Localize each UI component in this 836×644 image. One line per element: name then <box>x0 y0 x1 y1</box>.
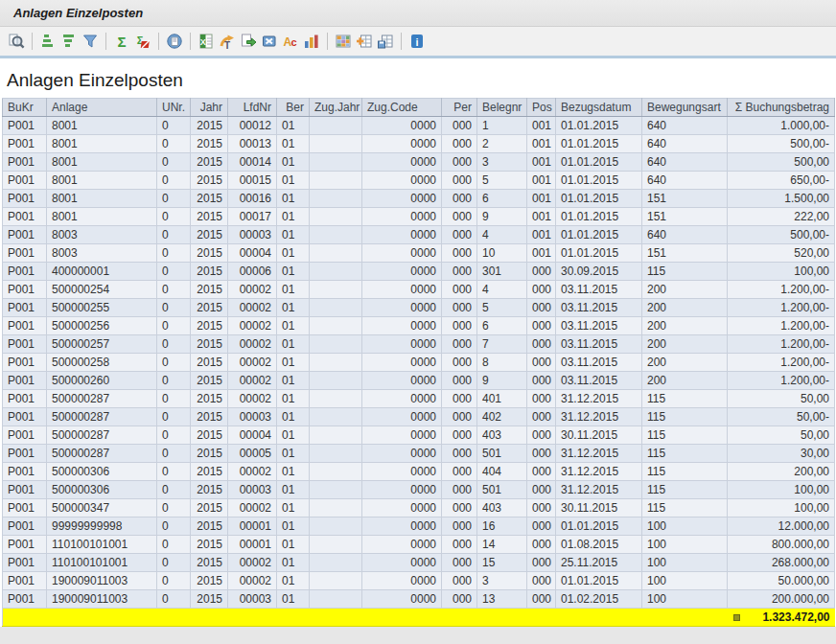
cell-unr[interactable]: 0 <box>157 117 191 135</box>
cell-per[interactable]: 000 <box>442 554 477 572</box>
cell-belegnr[interactable]: 501 <box>477 445 527 463</box>
table-row[interactable]: P0015000002600201500002010000000900003.1… <box>3 372 835 390</box>
cell-bezugsdatum[interactable]: 31.12.2015 <box>556 445 642 463</box>
cell-bewegungsart[interactable]: 115 <box>642 408 728 426</box>
cell-belegnr[interactable]: 3 <box>477 572 527 590</box>
cell-per[interactable]: 000 <box>442 172 477 190</box>
cell-per[interactable]: 000 <box>442 317 477 335</box>
cell-bezugsdatum[interactable]: 01.01.2015 <box>556 244 642 263</box>
cell-belegnr[interactable]: 6 <box>477 317 527 335</box>
cell-bukr[interactable]: P001 <box>3 481 47 499</box>
cell-anlage[interactable]: 500000258 <box>47 354 157 372</box>
cell-belegnr[interactable]: 402 <box>477 408 527 426</box>
cell-per[interactable]: 000 <box>442 208 477 226</box>
cell-bezugsdatum[interactable]: 30.09.2015 <box>556 263 642 281</box>
cell-unr[interactable]: 0 <box>157 572 191 590</box>
cell-anlage[interactable]: 190009011003 <box>47 590 157 609</box>
cell-jahr[interactable]: 2015 <box>191 299 228 317</box>
cell-lfdnr[interactable]: 00002 <box>228 572 277 590</box>
cell-anlage[interactable]: 8001 <box>47 117 157 135</box>
cell-bukr[interactable]: P001 <box>3 554 47 572</box>
cell-anlage[interactable]: 190009011003 <box>47 572 157 590</box>
cell-bewegungsart[interactable]: 115 <box>642 426 728 445</box>
table-row[interactable]: P001110100101001020150000101000000014000… <box>3 536 835 554</box>
cell-buchungsbetrag[interactable]: 222,00 <box>728 208 835 226</box>
cell-bewegungsart[interactable]: 100 <box>642 590 728 609</box>
table-row[interactable]: P001500000287020150000501000000050100031… <box>3 445 835 463</box>
table-row[interactable]: P0015000002550201500002010000000500003.1… <box>3 299 835 317</box>
cell-ber[interactable]: 01 <box>277 426 310 445</box>
cell-ber[interactable]: 01 <box>277 554 310 572</box>
table-row[interactable]: P00180010201500014010000000300101.01.201… <box>3 153 835 172</box>
cell-unr[interactable]: 0 <box>157 426 191 445</box>
cell-buchungsbetrag[interactable]: 650,00- <box>728 172 835 190</box>
cell-jahr[interactable]: 2015 <box>191 226 228 244</box>
cell-anlage[interactable]: 500000287 <box>47 390 157 408</box>
cell-jahr[interactable]: 2015 <box>191 190 228 208</box>
cell-unr[interactable]: 0 <box>157 208 191 226</box>
cell-ber[interactable]: 01 <box>277 499 310 518</box>
cell-anlage[interactable]: 8003 <box>47 226 157 244</box>
cell-zug-jahr[interactable] <box>310 190 362 208</box>
cell-zug-jahr[interactable] <box>310 244 362 263</box>
export-excel-icon[interactable]: X <box>196 31 217 52</box>
cell-jahr[interactable]: 2015 <box>191 408 228 426</box>
cell-bukr[interactable]: P001 <box>3 281 47 299</box>
cell-unr[interactable]: 0 <box>157 244 191 263</box>
cell-zug-jahr[interactable] <box>310 408 362 426</box>
cell-per[interactable]: 000 <box>442 190 477 208</box>
cell-jahr[interactable]: 2015 <box>191 172 228 190</box>
cell-pos[interactable]: 000 <box>527 408 556 426</box>
grid-view-icon[interactable] <box>333 31 354 52</box>
cell-zug-code[interactable]: 0000 <box>362 172 442 190</box>
cell-jahr[interactable]: 2015 <box>191 572 228 590</box>
column-header-bewegungsart[interactable]: Bewegungsart <box>642 99 728 117</box>
cell-belegnr[interactable]: 6 <box>477 190 527 208</box>
cell-bukr[interactable]: P001 <box>3 317 47 335</box>
cell-belegnr[interactable]: 8 <box>477 354 527 372</box>
cell-zug-code[interactable]: 0000 <box>362 335 442 354</box>
column-header-buchungsbetrag[interactable]: Σ Buchungsbetrag <box>728 99 835 117</box>
cell-buchungsbetrag[interactable]: 500,00- <box>728 226 835 244</box>
cell-buchungsbetrag[interactable]: 1.200,00- <box>728 372 835 390</box>
cell-ber[interactable]: 01 <box>277 244 310 263</box>
cell-per[interactable]: 000 <box>442 299 477 317</box>
table-row[interactable]: P001500000287020150000201000000040100031… <box>3 390 835 408</box>
cell-unr[interactable]: 0 <box>157 172 191 190</box>
cell-pos[interactable]: 001 <box>527 226 556 244</box>
cell-anlage[interactable]: 110100101001 <box>47 536 157 554</box>
cell-pos[interactable]: 000 <box>527 463 556 481</box>
cell-per[interactable]: 000 <box>442 244 477 263</box>
cell-per[interactable]: 000 <box>442 372 477 390</box>
cell-zug-jahr[interactable] <box>310 117 362 135</box>
table-row[interactable]: P001190009011003020150000301000000013000… <box>3 590 835 609</box>
cell-zug-code[interactable]: 0000 <box>362 354 442 372</box>
cell-bezugsdatum[interactable]: 03.11.2015 <box>556 335 642 354</box>
cell-zug-jahr[interactable] <box>310 536 362 554</box>
table-row[interactable]: P00180030201500003010000000400101.01.201… <box>3 226 835 244</box>
cell-zug-jahr[interactable] <box>310 390 362 408</box>
cell-bukr[interactable]: P001 <box>3 117 47 135</box>
cell-ber[interactable]: 01 <box>277 354 310 372</box>
cell-ber[interactable]: 01 <box>277 536 310 554</box>
cell-unr[interactable]: 0 <box>157 281 191 299</box>
cell-belegnr[interactable]: 13 <box>477 590 527 609</box>
cell-ber[interactable]: 01 <box>277 153 310 172</box>
cell-bezugsdatum[interactable]: 01.01.2015 <box>556 117 642 135</box>
cell-buchungsbetrag[interactable]: 200,00 <box>728 463 835 481</box>
cell-bezugsdatum[interactable]: 03.11.2015 <box>556 281 642 299</box>
cell-zug-jahr[interactable] <box>310 518 362 536</box>
cell-pos[interactable]: 001 <box>527 190 556 208</box>
cell-pos[interactable]: 001 <box>527 153 556 172</box>
cell-zug-jahr[interactable] <box>310 499 362 518</box>
column-header-per[interactable]: Per <box>442 99 477 117</box>
column-header-lfdnr[interactable]: LfdNr <box>228 99 277 117</box>
column-header-zug-jahr[interactable]: Zug.Jahr <box>310 99 362 117</box>
cell-bukr[interactable]: P001 <box>3 426 47 445</box>
cell-belegnr[interactable]: 2 <box>477 135 527 153</box>
cell-belegnr[interactable]: 14 <box>477 536 527 554</box>
cell-bezugsdatum[interactable]: 03.11.2015 <box>556 299 642 317</box>
cell-anlage[interactable]: 8001 <box>47 190 157 208</box>
cell-per[interactable]: 000 <box>442 426 477 445</box>
cell-zug-code[interactable]: 0000 <box>362 299 442 317</box>
